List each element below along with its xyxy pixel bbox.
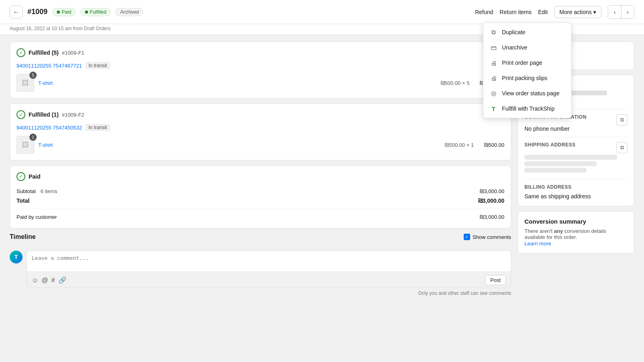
fulfilled-check-icon-2: ✓ bbox=[17, 110, 25, 119]
paid-by-label: Paid by customer bbox=[17, 214, 57, 220]
fulfillment-2-tracking-row: 940011120255 7547450532 In transit bbox=[17, 124, 504, 131]
comment-input[interactable] bbox=[27, 251, 511, 271]
hashtag-button[interactable]: # bbox=[52, 277, 55, 284]
fulfillment-card-1: ✓ Fulfilled (5) #1009-F1 ••• 94001112025… bbox=[10, 41, 511, 99]
mention-button[interactable]: @ bbox=[41, 277, 48, 284]
fulfillment-2-product-img-wrap: 🖼 1 bbox=[17, 136, 34, 154]
payment-title: Paid bbox=[29, 173, 41, 180]
trackship-icon: T bbox=[490, 105, 497, 112]
total-row: Total ₪3,000.00 bbox=[17, 196, 504, 206]
shipping-copy-button[interactable]: ⧉ bbox=[616, 142, 627, 153]
fulfillment-1-product-row: 🖼 5 T-shirt ₪500.00 × 5 ₪2,500.00 bbox=[17, 74, 504, 92]
comment-toolbar: ☺ @ # 🔗 Post bbox=[27, 272, 511, 288]
chevron-down-icon: ▾ bbox=[593, 9, 596, 15]
fulfillment-2-tracking-link[interactable]: 940011120255 7547450532 bbox=[17, 125, 82, 131]
no-phone-text: No phone number bbox=[524, 125, 627, 132]
billing-same-as: Same as shipping address bbox=[524, 193, 627, 200]
nav-arrows: ‹ › bbox=[608, 5, 634, 19]
learn-more-link[interactable]: Learn more bbox=[524, 241, 551, 247]
fulfillment-1-product-img-wrap: 🖼 5 bbox=[17, 74, 34, 92]
fulfillment-2-product-row: 🖼 1 T-shirt ₪500.00 × 1 ₪500.00 bbox=[17, 136, 504, 154]
fulfillment-1-title: Fulfilled (5) bbox=[29, 49, 59, 56]
dropdown-item-trackship[interactable]: T Fullfill with TrackShip bbox=[483, 101, 571, 116]
shipping-title: SHIPPING ADDRESS bbox=[524, 142, 576, 148]
dropdown-item-view-status[interactable]: ◎ View order status page bbox=[483, 86, 571, 101]
subtotal-amount: ₪3,000.00 bbox=[480, 188, 504, 194]
timeline-header: Timeline ✓ Show comments bbox=[10, 233, 511, 241]
dropdown-item-unarchive[interactable]: 🗃 Unarchive bbox=[483, 40, 571, 55]
next-order-button[interactable]: › bbox=[621, 6, 634, 19]
user-avatar: T bbox=[10, 251, 23, 263]
total-label: Total bbox=[17, 197, 29, 204]
fulfillment-2-status-badge: In transit bbox=[85, 124, 110, 131]
timeline-section: Timeline ✓ Show comments T ☺ @ # bbox=[10, 233, 511, 296]
dropdown-item-print-order[interactable]: 🖨 Print order page bbox=[483, 55, 571, 70]
fulfillment-2-title: Fulfilled (1) bbox=[29, 111, 59, 118]
fulfillment-2-qty-badge: 1 bbox=[29, 134, 37, 141]
dropdown-item-duplicate[interactable]: ⧉ Duplicate bbox=[483, 25, 571, 40]
show-comments-wrap: ✓ Show comments bbox=[464, 234, 511, 240]
subtotal-label: Subtotal bbox=[17, 188, 36, 194]
post-button[interactable]: Post bbox=[485, 275, 506, 285]
order-id: #1009 bbox=[27, 8, 47, 16]
comment-note: Only you and other staff can see comment… bbox=[10, 290, 511, 296]
return-items-button[interactable]: Return items bbox=[500, 7, 531, 17]
top-header: ← #1009 Paid Fulfilled Archived Refund R… bbox=[0, 0, 644, 24]
fulfilled-dot bbox=[85, 10, 88, 14]
subtotal-items: 6 items bbox=[41, 188, 58, 194]
billing-title: BILLING ADDRESS bbox=[524, 184, 627, 190]
contact-copy-button[interactable]: ⧉ bbox=[616, 114, 627, 125]
print-packing-icon: 🖨 bbox=[490, 74, 497, 82]
badge-fulfilled: Fulfilled bbox=[80, 8, 111, 16]
fulfilled-check-icon-1: ✓ bbox=[17, 48, 25, 57]
total-amount: ₪3,000.00 bbox=[478, 197, 505, 204]
more-actions-dropdown: ⧉ Duplicate 🗃 Unarchive 🖨 Print order pa… bbox=[483, 23, 572, 118]
fulfillment-2-product-total: ₪500.00 bbox=[484, 142, 504, 148]
fulfillment-1-product-link[interactable]: T-shirt bbox=[38, 80, 53, 86]
payment-card: ✓ Paid Subtotal 6 items ₪3,000.00 Total … bbox=[10, 165, 511, 228]
fulfillment-card-2: ✓ Fulfilled (1) #1009-F2 ••• 94001112025… bbox=[10, 103, 511, 160]
fulfillment-1-qty-badge: 5 bbox=[29, 72, 37, 79]
unarchive-icon: 🗃 bbox=[490, 44, 497, 51]
paid-by-amount: ₪3,000.00 bbox=[480, 214, 504, 220]
shipping-section: SHIPPING ADDRESS ⧉ bbox=[524, 142, 627, 179]
conversion-text: There aren't any conversion details avai… bbox=[524, 228, 627, 240]
paid-dot bbox=[57, 10, 60, 14]
print-order-icon: 🖨 bbox=[490, 59, 497, 66]
fulfillment-2-product-link[interactable]: T-shirt bbox=[38, 142, 53, 148]
fulfillment-1-tracking-link[interactable]: 940011120255 7547467721 bbox=[17, 63, 82, 69]
paid-by-row: Paid by customer ₪3,000.00 bbox=[17, 212, 504, 222]
link-button[interactable]: 🔗 bbox=[58, 276, 66, 284]
comment-box: ☺ @ # 🔗 Post bbox=[27, 251, 511, 288]
fulfillment-2-product-price: ₪500.00 × 1 bbox=[445, 142, 474, 148]
view-status-icon: ◎ bbox=[490, 90, 497, 97]
show-comments-label: Show comments bbox=[473, 234, 511, 240]
show-comments-checkbox[interactable]: ✓ bbox=[464, 234, 470, 240]
badge-archived: Archived bbox=[116, 8, 143, 16]
badge-paid: Paid bbox=[52, 8, 76, 16]
paid-check-icon: ✓ bbox=[17, 172, 25, 181]
conversion-title: Conversion summary bbox=[524, 218, 627, 225]
emoji-button[interactable]: ☺ bbox=[32, 277, 38, 284]
fulfillment-1-status-badge: In transit bbox=[85, 62, 110, 69]
billing-section: BILLING ADDRESS Same as shipping address bbox=[524, 184, 627, 200]
timeline-title: Timeline bbox=[10, 233, 36, 241]
subtotal-row: Subtotal 6 items ₪3,000.00 bbox=[17, 187, 504, 196]
fulfillment-1-tracking-row: 940011120255 7547467721 In transit bbox=[17, 62, 504, 69]
header-actions: Refund Return items Edit More actions ▾ … bbox=[475, 5, 634, 19]
back-button[interactable]: ← bbox=[10, 6, 23, 19]
comment-area: T ☺ @ # 🔗 Post bbox=[10, 251, 511, 288]
fulfillment-1-product-price: ₪500.00 × 5 bbox=[441, 80, 470, 86]
duplicate-icon: ⧉ bbox=[490, 29, 497, 36]
fulfillment-2-order-num: #1009-F2 bbox=[62, 112, 85, 118]
fulfillment-1-order-num: #1009-F1 bbox=[62, 50, 85, 56]
conversion-card: Conversion summary There aren't any conv… bbox=[518, 211, 634, 253]
edit-button[interactable]: Edit bbox=[538, 7, 548, 17]
shipping-header-row: SHIPPING ADDRESS ⧉ bbox=[524, 142, 627, 153]
more-actions-button[interactable]: More actions ▾ bbox=[554, 6, 601, 18]
prev-order-button[interactable]: ‹ bbox=[608, 6, 621, 19]
left-column: ✓ Fulfilled (5) #1009-F1 ••• 94001112025… bbox=[10, 41, 511, 356]
dropdown-item-print-packing[interactable]: 🖨 Print packing slips bbox=[483, 70, 571, 86]
refund-button[interactable]: Refund bbox=[475, 7, 493, 17]
